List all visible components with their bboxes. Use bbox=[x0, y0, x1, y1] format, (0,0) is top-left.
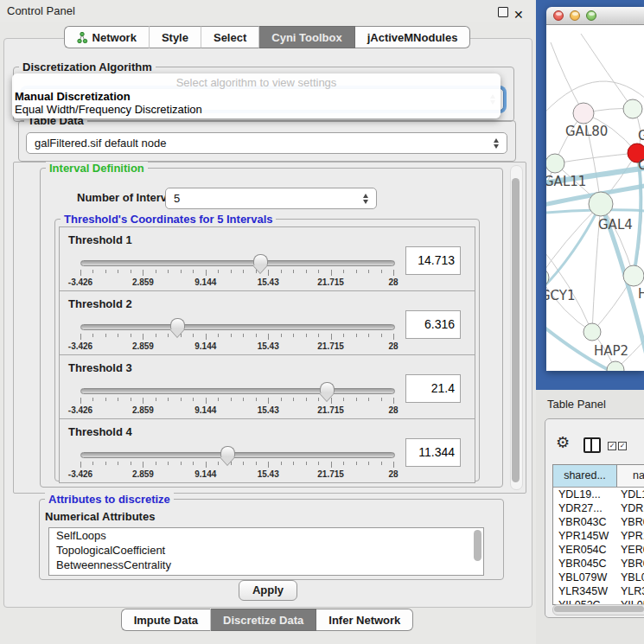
tab-jactivemnodules[interactable]: jActiveMNodules bbox=[355, 26, 471, 48]
table-cell[interactable]: YBR045C bbox=[553, 557, 617, 571]
threshold-value-field[interactable]: 11.344 bbox=[405, 438, 461, 467]
threshold-value-field[interactable]: 14.713 bbox=[405, 246, 461, 275]
table-row[interactable]: YER054CYER05 bbox=[553, 543, 644, 557]
table-cell[interactable]: YDR27... bbox=[553, 501, 617, 515]
table-row[interactable]: YLR345WYLR34 bbox=[553, 584, 644, 598]
vertical-scrollbar[interactable] bbox=[510, 165, 523, 490]
table-cell[interactable]: YBL079W bbox=[553, 571, 617, 584]
network-edge[interactable] bbox=[546, 204, 601, 277]
threshold-slider[interactable]: -3.4262.8599.14415.4321.71528 bbox=[80, 317, 393, 354]
float-window-icon[interactable] bbox=[498, 7, 508, 17]
node-right-middle[interactable] bbox=[623, 265, 644, 286]
table-cell[interactable]: YLR34 bbox=[617, 584, 644, 598]
network-edge-thick[interactable] bbox=[634, 162, 641, 276]
table-row[interactable]: YBR043CYBR04 bbox=[553, 515, 644, 529]
threshold-value-field[interactable]: 6.316 bbox=[405, 310, 461, 339]
slider-handle[interactable] bbox=[220, 446, 235, 457]
dropdown-option[interactable]: Manual Discretization bbox=[12, 90, 501, 103]
table-cell[interactable]: YPR14 bbox=[617, 529, 644, 543]
table-cell[interactable]: YDL19... bbox=[553, 488, 617, 501]
apply-button[interactable]: Apply bbox=[239, 580, 297, 601]
dropdown-option[interactable]: Equal Width/Frequency Discretization bbox=[12, 103, 501, 116]
slider-handle[interactable] bbox=[253, 254, 268, 265]
attribute-list-item[interactable]: TopologicalCoefficient bbox=[49, 543, 483, 558]
tab-style[interactable]: Style bbox=[150, 26, 201, 48]
gear-icon[interactable]: ⚙ bbox=[556, 435, 570, 450]
minimize-traffic-light-icon[interactable] bbox=[570, 10, 580, 21]
attribute-list-item[interactable]: SelfLoops bbox=[49, 528, 483, 543]
tab-cyni-toolbox[interactable]: Cyni Toolbox bbox=[259, 26, 354, 48]
checkbox-icon[interactable]: ✓ bbox=[618, 442, 627, 450]
network-edge[interactable] bbox=[546, 277, 592, 332]
algorithm-dropdown-popup: Select algorithm to view settings Manual… bbox=[12, 73, 501, 118]
table-panel-region: Table Panel ⚙ ✓ ✓ shared... na YDL19...Y… bbox=[536, 390, 644, 644]
slider-track[interactable] bbox=[80, 324, 395, 330]
slider-track[interactable] bbox=[80, 260, 395, 266]
close-traffic-light-icon[interactable] bbox=[553, 10, 564, 21]
tab-discretize-data[interactable]: Discretize Data bbox=[211, 609, 316, 631]
network-edge[interactable] bbox=[555, 153, 637, 163]
table-cell[interactable]: YLR345W bbox=[553, 584, 617, 598]
table-cell[interactable]: YBL07 bbox=[617, 571, 644, 584]
table-cell[interactable]: YDL19 bbox=[617, 488, 644, 501]
node-GAL11[interactable] bbox=[546, 154, 564, 173]
table-cell[interactable]: YER054C bbox=[553, 543, 617, 557]
table-cell[interactable]: YIL052C bbox=[553, 598, 617, 604]
slider-handle[interactable] bbox=[170, 318, 185, 329]
scrollbar-thumb[interactable] bbox=[554, 606, 644, 612]
table-row[interactable]: YPR145WYPR14 bbox=[553, 529, 644, 543]
scrollbar-thumb[interactable] bbox=[512, 178, 520, 482]
node-unlabeled-pink[interactable] bbox=[573, 103, 594, 124]
horizontal-scrollbar[interactable] bbox=[552, 604, 644, 615]
attributes-list[interactable]: SelfLoopsTopologicalCoefficientBetweenne… bbox=[48, 527, 484, 576]
threshold-value-field[interactable]: 21.4 bbox=[405, 374, 461, 403]
table-row[interactable]: YIL052CYIL05 bbox=[553, 598, 644, 604]
column-layout-icon[interactable] bbox=[583, 437, 601, 453]
network-edge[interactable] bbox=[581, 34, 633, 109]
threshold-slider[interactable]: -3.4262.8599.14415.4321.71528 bbox=[80, 445, 393, 481]
close-icon[interactable]: ✕ bbox=[513, 3, 524, 26]
node-GAL4[interactable] bbox=[589, 192, 613, 216]
node-HAP2[interactable] bbox=[583, 323, 601, 341]
table-cell[interactable]: YBR04 bbox=[617, 515, 644, 529]
table-cell[interactable]: YIL05 bbox=[617, 598, 644, 604]
threshold-slider[interactable]: -3.4262.8599.14415.4321.71528 bbox=[80, 381, 393, 418]
checkbox-icon[interactable]: ✓ bbox=[608, 442, 616, 450]
network-edge-thick[interactable] bbox=[546, 204, 601, 295]
table-cell[interactable]: YBR04 bbox=[617, 557, 644, 571]
tick-mark bbox=[231, 270, 232, 273]
node-bottom[interactable] bbox=[607, 361, 624, 371]
table-row[interactable]: YDL19...YDL19 bbox=[553, 488, 644, 501]
table-row[interactable]: YDR27...YDR27 bbox=[553, 501, 644, 515]
tab-infer-network[interactable]: Infer Network bbox=[316, 609, 413, 631]
tick-mark bbox=[168, 334, 169, 337]
node-top-right[interactable] bbox=[623, 99, 642, 118]
threshold-slider[interactable]: -3.4262.8599.14415.4321.71528 bbox=[80, 253, 393, 290]
table-row[interactable]: YBL079WYBL07 bbox=[553, 571, 644, 584]
node-attribute-table[interactable]: shared... na YDL19...YDL19YDR27...YDR27Y… bbox=[552, 464, 644, 605]
tab-network[interactable]: Network bbox=[64, 26, 150, 48]
table-row[interactable]: YBR045CYBR04 bbox=[553, 557, 644, 571]
tick-mark bbox=[393, 270, 394, 276]
tick-mark bbox=[218, 398, 219, 401]
table-cell[interactable]: YPR145W bbox=[553, 529, 617, 543]
table-cell[interactable]: YDR27 bbox=[617, 501, 644, 515]
tick-mark bbox=[343, 270, 344, 273]
slider-handle[interactable] bbox=[320, 382, 335, 393]
list-scrollbar-thumb[interactable] bbox=[474, 530, 481, 561]
table-data-combobox[interactable]: galFiltered.sif default node bbox=[26, 132, 507, 154]
node-label-GAL80: GAL80 bbox=[565, 124, 608, 139]
table-cell[interactable]: YBR043C bbox=[553, 515, 617, 529]
slider-ticks bbox=[80, 334, 393, 340]
number-of-intervals-combobox[interactable]: 5 bbox=[165, 188, 377, 209]
slider-track[interactable] bbox=[80, 388, 395, 394]
table-cell[interactable]: YER05 bbox=[617, 543, 644, 557]
column-header-name[interactable]: na bbox=[617, 465, 644, 487]
slider-track[interactable] bbox=[80, 452, 395, 458]
column-header-shared-name[interactable]: shared... bbox=[553, 465, 617, 487]
zoom-traffic-light-icon[interactable] bbox=[586, 10, 596, 21]
tab-select[interactable]: Select bbox=[201, 26, 259, 48]
network-canvas[interactable]: GAL80GACGAL11GAL4GCY1HHAP2 bbox=[546, 25, 644, 371]
attribute-list-item[interactable]: BetweennessCentrality bbox=[49, 558, 483, 572]
tab-impute-data[interactable]: Impute Data bbox=[121, 609, 211, 631]
